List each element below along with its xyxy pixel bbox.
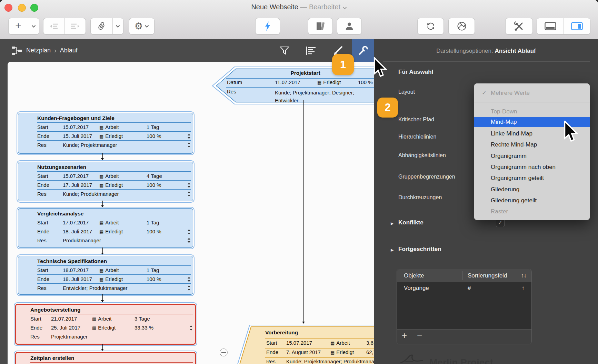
stepper-icon[interactable] <box>188 132 191 141</box>
row-resources[interactable]: Kunde; Projektmanager; Designer; Entwick… <box>275 89 362 104</box>
calendar-icon: ▦ <box>99 125 103 130</box>
plus-icon: + <box>15 21 21 31</box>
stepper-icon[interactable] <box>188 275 191 284</box>
task-card-nutzungsszenarien[interactable]: Nutzungsszenarien Start15.07.2017▦Arbeit… <box>17 160 195 203</box>
view-options-button-active[interactable] <box>352 39 374 62</box>
stepper-icon[interactable] <box>190 324 193 332</box>
library-button[interactable] <box>308 18 333 34</box>
add-item-dropdown[interactable] <box>28 18 39 34</box>
card-title: Zeitplan erstellen <box>30 354 193 363</box>
remove-row-button[interactable]: − <box>417 330 422 341</box>
row-field: ▦Erledigt <box>317 79 341 85</box>
row-date[interactable]: 11.07.2017 <box>275 79 300 85</box>
lightning-icon <box>265 21 271 31</box>
view-toolbar: Netzplan › Ablauf <box>0 39 374 62</box>
title-chevron-down-icon[interactable] <box>342 7 347 9</box>
col-header-sortierungsfeld[interactable]: Sortierungsfeld <box>468 269 507 282</box>
mouse-cursor-wrench <box>373 57 388 77</box>
calendar-icon: ▦ <box>99 220 103 225</box>
inspector-header: Darstellungsoptionen: Ansicht Ablauf <box>374 48 598 54</box>
row-label: Ende <box>266 349 278 355</box>
row-amount[interactable]: 3,6 Woc <box>366 340 374 346</box>
window-title: Neue Webseite — Bearbeitet <box>0 3 598 11</box>
sync-button[interactable] <box>417 18 444 34</box>
add-row-button[interactable]: + <box>402 330 407 341</box>
menu-item-organigramm[interactable]: Organigramm <box>474 151 590 161</box>
menu-item-gliederung[interactable]: Gliederung <box>474 184 590 195</box>
calendar-icon: ▦ <box>99 183 103 188</box>
row-date[interactable]: 7. August 2017 <box>286 349 321 355</box>
row-resources[interactable]: Kunde; Projektmanager; Produktmanag <box>286 358 374 364</box>
menu-item-top-down[interactable]: Top-Down <box>474 107 590 117</box>
stepper-icon[interactable] <box>188 284 191 292</box>
option-label-kritischer-pfad: Kritischer Pfad <box>398 117 434 123</box>
attachment-dropdown[interactable] <box>112 18 123 34</box>
stepper-icon[interactable] <box>188 228 191 236</box>
filter-button[interactable] <box>273 39 296 62</box>
outline-button[interactable] <box>300 39 322 62</box>
task-card-vergleichsanalyse[interactable]: Vergleichsanalyse Start17.07.2017▦Arbeit… <box>17 207 195 249</box>
option-label-hierarchielinien: Hierarchielinien <box>398 134 436 140</box>
document-status[interactable]: Bearbeitet <box>309 3 340 11</box>
stepper-icon[interactable] <box>188 141 191 149</box>
menu-item-organigramm-nach-oben[interactable]: Organigramm nach oben <box>474 162 590 172</box>
objects-table: Objekte Sortierungsfeld ↑↓ Vorgänge # ↑ … <box>397 269 532 344</box>
row-label: Start <box>266 340 277 346</box>
step-badge-2: 2 <box>377 98 398 118</box>
menu-item-organigramm-geteilt[interactable]: Organigramm geteilt <box>474 173 590 183</box>
chevron-down-icon <box>144 25 149 28</box>
col-header-objekte[interactable]: Objekte <box>404 269 424 282</box>
attachment-button[interactable] <box>91 18 112 34</box>
option-label-gruppenbegrenzungen: Gruppenbegrenzungen <box>398 174 455 180</box>
disclosure-triangle-icon[interactable]: ▶ <box>391 221 393 226</box>
row-amount[interactable]: 62,78 % <box>366 349 374 355</box>
breadcrumb-page[interactable]: Ablauf <box>60 47 78 54</box>
settings-button[interactable]: ⚙ <box>129 18 155 34</box>
sync-arrows-icon <box>426 21 436 31</box>
dependency-line <box>102 201 103 205</box>
menu-item-gliederung-geteilt[interactable]: Gliederung geteilt <box>474 195 590 206</box>
menu-item-mehrere-werte[interactable]: ✓ Mehrere Werte <box>474 88 590 98</box>
indent-right-button[interactable] <box>43 18 64 34</box>
netzplan-canvas[interactable]: Projektstart Datum 11.07.2017 ▦Erledigt … <box>8 62 374 364</box>
objects-table-row[interactable]: Vorgänge # ↑ <box>397 282 531 294</box>
stepper-icon[interactable] <box>188 190 191 198</box>
layout-dropdown-menu: ✓ Mehrere Werte Top-Down Mind-Map Linke … <box>474 83 590 220</box>
network-button[interactable] <box>448 18 475 34</box>
option-label-durchkreuzungen: Durchkreuzungen <box>398 194 442 201</box>
app-window: Neue Webseite — Bearbeitet + <box>0 0 598 364</box>
stepper-icon[interactable] <box>188 181 191 190</box>
toggle-right-panel-button[interactable] <box>564 18 590 34</box>
breadcrumb-section[interactable]: Netzplan <box>26 47 51 54</box>
row-field: ▦Erledigt <box>330 349 354 355</box>
attach-button-group[interactable] <box>90 18 123 34</box>
document-title: Neue Webseite <box>251 3 298 11</box>
stepper-icon[interactable] <box>186 332 193 341</box>
row-amount[interactable]: 100 % <box>358 79 373 85</box>
task-card-angebotserstellung-critical[interactable]: Angebotserstellung Start21.07.2017▦Arbei… <box>14 302 197 346</box>
option-label-abhaengigkeitslinien: Abhängigkeitslinien <box>398 152 446 159</box>
indent-left-button[interactable] <box>64 18 86 34</box>
tools-icon <box>514 21 524 31</box>
task-card-zeitplan-erstellen-critical[interactable]: Zeitplan erstellen <box>14 351 197 364</box>
tools-button[interactable] <box>505 18 533 34</box>
group-card-vorbereitung[interactable]: Vorbereitung Start 15.07.2017 ▦Arbeit 3,… <box>237 325 374 364</box>
disclosure-triangle-icon[interactable]: ▶ <box>391 248 393 252</box>
collapse-group-button[interactable] <box>220 348 228 356</box>
task-card-kunden-fragebogen[interactable]: Kunden-Fragebogen und Ziele Start15.07.2… <box>17 111 195 155</box>
menu-item-raster[interactable]: Raster <box>474 206 590 217</box>
add-item-button[interactable]: + <box>9 18 28 34</box>
mouse-cursor-menu <box>564 121 579 142</box>
stepper-icon[interactable] <box>188 236 191 245</box>
row-label: Datum <box>227 79 242 85</box>
conflicts-label: Konflikte <box>398 219 423 226</box>
toggle-bottom-panel-button[interactable] <box>537 18 564 34</box>
card-title: Angebotserstellung <box>30 305 193 314</box>
col-header-sort-icon[interactable]: ↑↓ <box>521 269 527 282</box>
row-date[interactable]: 15.07.2017 <box>286 340 312 346</box>
task-card-technische-spezifikationen[interactable]: Technische Spezifikationen Start18.07.20… <box>17 254 195 296</box>
actions-button[interactable] <box>255 18 280 34</box>
inspector-view-name: Ansicht Ablauf <box>495 48 536 54</box>
add-item-button-group[interactable]: + <box>8 18 39 34</box>
resources-button[interactable] <box>337 18 362 34</box>
